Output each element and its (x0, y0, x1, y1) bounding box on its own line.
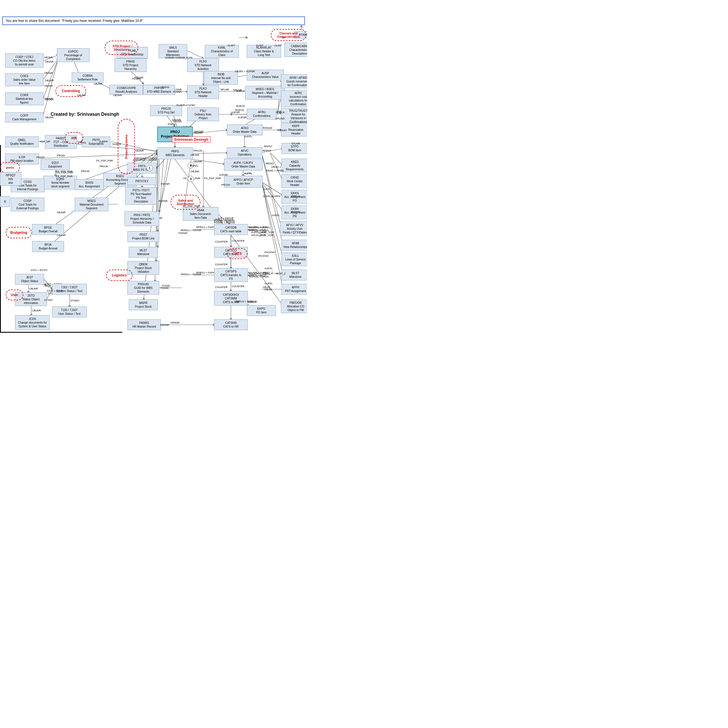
catsdb-box: CATSDBCATS main table (214, 224, 248, 235)
objnr-7: OBJNR (135, 149, 144, 152)
evpoc-box: EVPOCPercentage ofCompletion (57, 48, 90, 62)
afvu-box: AFVU / AFVVActivity UserFields / QTY/Dat… (280, 221, 307, 236)
svg-text:STSMA: STSMA (70, 299, 80, 302)
svg-text:RSNUM: RSNUM (263, 127, 272, 129)
svg-text:OBJNR: OBJNR (193, 160, 202, 163)
cokr-box: COKRStatistical keyfigures (5, 92, 43, 105)
cobra-box: COBRASettlement Rule (72, 72, 104, 83)
pa0001-box: PA0001HR Master Record (127, 320, 161, 330)
rproj-pspnr-2: RPROJ = PSPNR (181, 273, 201, 276)
ekkn-acc-box: EKKNAcc. Assignment (75, 179, 104, 190)
cabn-box: CABN/CABNTCharacteristics &Descriptions (284, 43, 307, 57)
banfn-label: BANFN (292, 210, 300, 213)
objnr-8: OBJNR (191, 154, 199, 156)
afru-box: AFRUConfirmations (247, 109, 277, 119)
svg-line-38 (262, 181, 283, 258)
svg-line-53 (159, 159, 168, 212)
r-partial-box: R (0, 196, 10, 207)
spsnr-label: SPSNR (172, 119, 181, 121)
aufk-caufv-box: AUFK / CAUFVOrder Master Data (224, 159, 263, 171)
rrpsqt-box: RPSQTInfoase (0, 172, 21, 186)
qbew-box: QBEWProject StockValuation (127, 261, 159, 275)
notice-banner: You are free to share this document. "Fr… (2, 17, 305, 25)
stat-istat-label: STAT = ISTAT (47, 289, 63, 292)
mseg-bseg-box: MSEG / BSEGSegment – Material /Accountin… (245, 86, 285, 99)
created-by-label: Created by: Srinivasan Desingh (50, 112, 119, 117)
svg-text:PS_PSP_PNR: PS_PSP_PNR (204, 177, 221, 180)
svg-text:RFPNT: RFPNT (263, 149, 271, 152)
svg-text:PROJK: PROJK (99, 165, 108, 168)
prguid-box: PRGUIDGUID for WBSElements (127, 281, 159, 295)
plko-box: PLKOSTD NetworkHeader (187, 85, 219, 99)
posid-label: POSID (161, 287, 169, 289)
svg-line-154 (262, 182, 283, 195)
objnr-5: OBJNR (77, 94, 86, 97)
pspel-label: PSPEL (190, 164, 198, 167)
prhis-box: PRHISSTD ProjectHierarchy (115, 58, 147, 72)
grund-label: GRUND (275, 117, 284, 120)
prps-box: PRPSWBS Elements (157, 147, 193, 159)
svg-text:PERNR: PERNR (171, 321, 180, 324)
svg-text:OBJNR: OBJNR (44, 72, 53, 75)
vbeln-kdauf: VBELN = KDAUF (214, 219, 234, 221)
catsekkno-box: CATSEKKO/CATSMMCATS to MM (214, 291, 248, 306)
circle-1: 1 (147, 165, 153, 171)
budgeting-label: Budgeting (6, 227, 32, 238)
afvc-box: AFVCOperations (227, 147, 263, 158)
svg-line-58 (156, 159, 158, 262)
trug-box: TRUG/TRUGTReason forVariances inConfirma… (281, 108, 307, 125)
svg-text:NPLNR: NPLNR (220, 88, 229, 91)
logistics-label: Logistics (106, 269, 133, 281)
svg-text:OBJNR: OBJNR (44, 84, 53, 87)
crhd-box: CRHDWork CenterHeader (281, 174, 307, 188)
cosp-box: COSPCost Totals forExternal Postings (11, 198, 44, 211)
objnr-1: OBJNR (45, 60, 54, 63)
jest-box: JESTObject Status (15, 274, 44, 284)
ps-psp-pnr-2: PS_PSP_PNR (56, 175, 72, 178)
proid-label: PROID (37, 156, 44, 159)
inob-box: INOBInternal No andObject - Link (204, 71, 238, 85)
afrc-box: AFRCIncorrect costcalculations forConfir… (281, 90, 307, 107)
rfpnt-label: RFPNT (264, 145, 272, 148)
counter-3: COUNTER (215, 286, 228, 289)
stlnr-label: STLNR (292, 142, 300, 145)
svg-line-123 (43, 58, 58, 117)
svg-line-63 (159, 159, 171, 212)
svg-text:PSPNR: PSPNR (159, 200, 168, 202)
svg-line-130 (38, 154, 158, 158)
rueck-label2: RUECK (236, 105, 245, 107)
psp-nr-label: PSP_NR (40, 140, 50, 143)
qmel-box: QMELQuality Notification (5, 136, 39, 147)
projn-label: PROJN (221, 184, 230, 186)
pernr-label: PERNR (160, 324, 169, 326)
coes-box: COESSales order Valueline Item (5, 73, 43, 86)
pspnr-label1: PSPNR (179, 232, 187, 235)
svg-text:PSPNR: PSPNR (161, 183, 170, 185)
plpo-box: PLPOSTD NetworkActivities (187, 58, 219, 72)
cofp-box: COFPCash Management (5, 112, 43, 122)
rueck-label1: RUECK (276, 111, 285, 114)
clint-label1: CLINT (228, 44, 235, 47)
svg-text:RUECK: RUECK (235, 109, 244, 112)
mlst-z-label: MLST_Z (276, 272, 286, 275)
vornr-label: VORNR=VORNR_ICPN (165, 56, 193, 59)
circle-3: 3 (188, 176, 194, 182)
pstx-box: PSTX / PSTTPS Text Header/PS TextDescrip… (125, 187, 157, 205)
svg-text:PROID: PROID (57, 154, 65, 157)
fmzuob-box: FMZUOBAllocation COObject to FM (281, 300, 307, 313)
aufpl-label1: AUFPL (244, 172, 252, 175)
plnnr-cuobj-label: PLNNR=CUOBJ (176, 104, 195, 107)
prpspnr-label: PRPSPNR = PSPNR (133, 159, 157, 162)
objnr-6: OBJNR (113, 94, 122, 97)
tj30-box: TJ30 / TJ30TUser Status / Text (52, 307, 87, 317)
svg-text:AUFNR: AUFNR (231, 111, 240, 114)
svg-line-97 (44, 279, 53, 289)
prtxtky-box: PRTXTKY (127, 177, 156, 185)
equi-box: EQUIEquipment (41, 159, 70, 170)
notice-text: You are free to share this document. "Fr… (6, 19, 143, 23)
objnr-3: OBJNR (45, 98, 54, 101)
ekpo-box: EKPOPO Item (247, 305, 276, 316)
posnr-label: POSNR (134, 76, 143, 79)
objnr-9: OBJNR (191, 170, 199, 173)
raufpl-2: RAUFPL = AUFPL (249, 272, 270, 275)
